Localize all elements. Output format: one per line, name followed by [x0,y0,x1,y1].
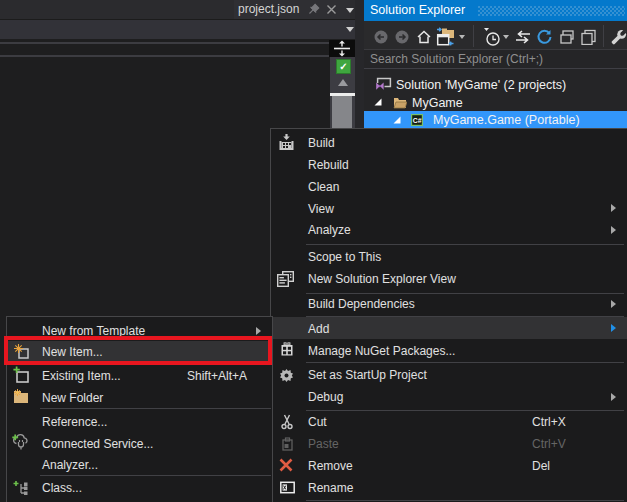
svg-text:C#: C# [413,117,422,124]
